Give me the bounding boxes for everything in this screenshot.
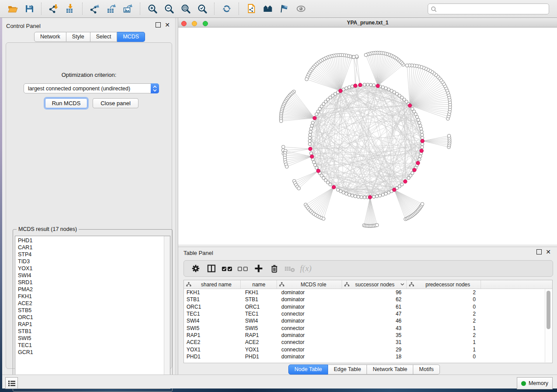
import-table-icon[interactable] — [63, 2, 78, 15]
mcds-list-scrollbar[interactable] — [164, 236, 170, 389]
select-all-icon[interactable] — [221, 263, 234, 274]
table-row[interactable]: FKH1FKH1dominator962 — [184, 289, 552, 296]
open-file-icon[interactable] — [5, 2, 20, 15]
deselect-all-icon[interactable] — [236, 263, 249, 274]
table-row[interactable]: ACE2ACE2connector311 — [184, 339, 552, 346]
close-panel-button[interactable]: Close panel — [93, 98, 138, 108]
tree-icon — [409, 282, 414, 287]
column-header-successor-nodes[interactable]: successor nodes — [342, 280, 407, 289]
apply-layout-icon[interactable] — [219, 2, 234, 15]
table-row[interactable]: YOX1YOX1connector291 — [184, 346, 552, 353]
close-table-panel-icon[interactable]: ✕ — [546, 250, 551, 254]
column-label: shared name — [194, 282, 239, 288]
column-label: successor nodes — [352, 282, 398, 288]
zoom-fit-icon[interactable] — [178, 2, 193, 15]
mcds-result-item[interactable]: SWI5 — [15, 335, 164, 342]
mcds-result-item[interactable]: CAR1 — [15, 244, 164, 251]
dropdown-stepper-icon — [151, 83, 159, 93]
cell-predecessor-nodes: 0 — [407, 354, 481, 360]
table-tab-node-table[interactable]: Node Table — [288, 364, 328, 375]
network-canvas[interactable] — [178, 28, 557, 244]
cell-successor-nodes: 43 — [342, 325, 407, 331]
table-row[interactable]: RAP1RAP1dominator352 — [184, 332, 552, 339]
mcds-result-item[interactable]: SWI4 — [15, 272, 164, 279]
mcds-result-item[interactable]: ORC1 — [15, 314, 164, 321]
zoom-in-icon[interactable] — [145, 2, 160, 15]
column-label: MCDS role — [287, 282, 340, 288]
cell-shared-name: RAP1 — [184, 332, 241, 338]
eye-icon[interactable] — [294, 2, 308, 15]
cell-successor-nodes: 31 — [342, 339, 407, 345]
optimization-criterion-label: Optimization criterion: — [6, 72, 172, 78]
delete-column-icon[interactable] — [268, 263, 281, 274]
column-header-name[interactable]: name — [241, 280, 277, 289]
tab-select[interactable]: Select — [90, 32, 118, 42]
mcds-result-list[interactable]: PHD1CAR1STP4TID3YOX1SWI4SRD1PMA2FKH1ACE2… — [15, 236, 170, 389]
mcds-result-item[interactable]: YOX1 — [15, 265, 164, 272]
columns-icon[interactable] — [205, 263, 218, 274]
first-neighbors-icon[interactable] — [260, 2, 275, 15]
export-table-icon[interactable] — [104, 2, 119, 15]
table-row[interactable]: ORC1ORC1dominator610 — [184, 303, 552, 310]
task-history-button[interactable] — [5, 377, 18, 389]
float-panel-button[interactable] — [156, 22, 161, 28]
float-table-panel-button[interactable] — [536, 249, 542, 254]
export-image-icon[interactable] — [121, 2, 135, 15]
criterion-dropdown[interactable]: largest connected component (undirected) — [24, 83, 159, 93]
mcds-result-item[interactable]: TID3 — [15, 258, 164, 265]
table-scrollbar[interactable] — [545, 289, 552, 362]
vertical-splitter[interactable] — [175, 18, 178, 375]
table-tab-edge-table[interactable]: Edge Table — [328, 364, 367, 375]
close-panel-icon[interactable]: ✕ — [165, 23, 170, 27]
column-header-shared-name[interactable]: shared name — [184, 280, 241, 289]
search-input[interactable] — [437, 6, 549, 12]
tab-style[interactable]: Style — [66, 32, 90, 42]
mcds-result-item[interactable]: RAP1 — [15, 321, 164, 328]
table-row[interactable]: STB1STB1dominator620 — [184, 296, 552, 303]
network-satellite-nodes[interactable] — [279, 51, 452, 228]
save-session-icon[interactable] — [22, 2, 37, 15]
cell-shared-name: YOX1 — [184, 347, 241, 353]
table-row[interactable]: SWI4SWI4dominator462 — [184, 317, 552, 324]
table-row[interactable]: PHD1PHD1dominator180 — [184, 353, 552, 360]
delete-table-icon — [284, 263, 297, 274]
table-row[interactable]: TEC1TEC1connector472 — [184, 310, 552, 317]
tab-network[interactable]: Network — [34, 32, 66, 42]
table-tab-network-table[interactable]: Network Table — [367, 364, 413, 375]
column-label: predecessor nodes — [417, 282, 479, 288]
mcds-result-item[interactable]: GCR1 — [15, 349, 164, 356]
table-scrollbar-thumb[interactable] — [547, 291, 550, 329]
mcds-result-item[interactable]: STB1 — [15, 328, 164, 335]
import-network-icon[interactable] — [46, 2, 61, 15]
tab-mcds[interactable]: MCDS — [117, 32, 145, 42]
list-icon — [8, 380, 15, 386]
gear-icon[interactable] — [189, 263, 202, 274]
network-window-titlebar[interactable]: YPA_prune.txt_1 — [178, 18, 557, 28]
add-column-icon[interactable] — [252, 263, 265, 274]
mcds-result-item[interactable]: ACE2 — [15, 300, 164, 307]
run-mcds-button[interactable]: Run MCDS — [45, 98, 87, 108]
mcds-result-item[interactable]: PMA2 — [15, 286, 164, 293]
table-toolbar: f(x) — [183, 260, 553, 277]
mcds-result-item[interactable]: PHD1 — [15, 237, 164, 244]
flag-icon[interactable] — [277, 2, 292, 15]
zoom-selected-icon[interactable] — [195, 2, 210, 15]
memory-label: Memory — [529, 380, 548, 386]
column-header-MCDS-role[interactable]: MCDS role — [277, 280, 342, 289]
mcds-result-item[interactable]: STB5 — [15, 307, 164, 314]
mcds-result-item[interactable]: TEC1 — [15, 342, 164, 349]
column-header-predecessor-nodes[interactable]: predecessor nodes — [407, 280, 481, 289]
table-tab-motifs[interactable]: Motifs — [413, 364, 439, 375]
search-field[interactable] — [428, 3, 549, 14]
table-row[interactable]: SWI5SWI5connector431 — [184, 324, 552, 331]
mcds-result-item[interactable]: STP4 — [15, 251, 164, 258]
new-network-from-selection-icon[interactable] — [244, 2, 259, 15]
cell-predecessor-nodes: 2 — [407, 332, 481, 338]
cell-predecessor-nodes: 2 — [407, 318, 481, 324]
memory-button[interactable]: Memory — [517, 377, 553, 389]
mcds-result-item[interactable]: SRD1 — [15, 279, 164, 286]
export-network-icon[interactable] — [87, 2, 102, 15]
mcds-result-item[interactable]: FKH1 — [15, 293, 164, 300]
table-panel: Table Panel ✕ f(x) shared namenameMCDS r… — [178, 247, 557, 375]
zoom-out-icon[interactable] — [162, 2, 176, 15]
